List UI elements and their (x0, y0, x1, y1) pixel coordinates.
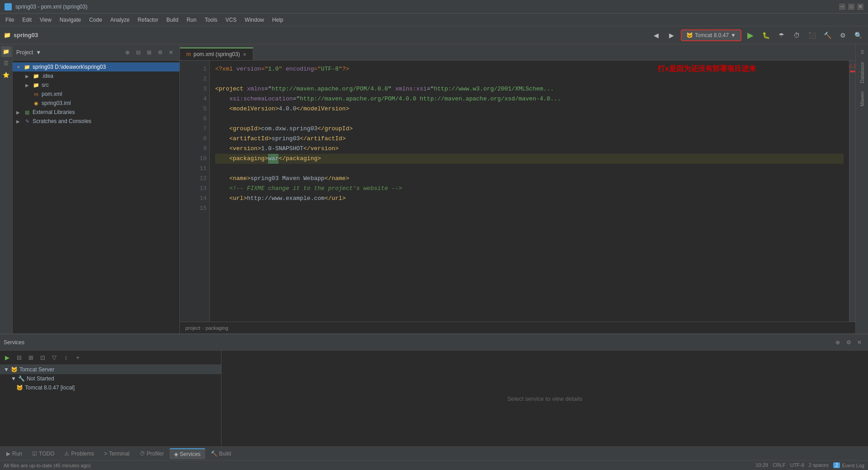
code-line-15 (215, 204, 844, 214)
breadcrumb-packaging[interactable]: packaging (206, 325, 228, 331)
structure-icon[interactable]: ☰ (1, 58, 12, 69)
menu-refactor[interactable]: Refactor (134, 15, 162, 25)
tomcat-config-button[interactable]: 🐱 Tomcat 8.0.47 ▼ (681, 29, 741, 41)
profile-button[interactable]: ⏱ (790, 29, 803, 42)
services-sort-button[interactable]: ↕ (61, 352, 71, 363)
project-name: spring03 (14, 32, 38, 38)
tab-close-pomxml[interactable]: ✕ (243, 52, 246, 57)
nav-forward-button[interactable]: ▶ (665, 29, 678, 42)
svc-arrow-not-started: ▼ (11, 375, 16, 382)
line-num-5: 5 (190, 104, 207, 114)
svc-tree-tomcat-server[interactable]: ▼ 🐱 Tomcat Server (0, 365, 221, 374)
menu-file[interactable]: File (2, 15, 18, 25)
right-icon-database[interactable]: Database (858, 58, 867, 87)
tree-item-iml[interactable]: ◉ spring03.iml (13, 99, 179, 108)
tree-item-scratches[interactable]: ▶ ✎ Scratches and Consoles (13, 117, 179, 126)
tab-terminal[interactable]: > Terminal (99, 449, 134, 459)
event-log-item[interactable]: 2 Event Log (833, 462, 864, 468)
status-right: 10:29 CRLF UTF-8 2 spaces 2 Event Log (755, 462, 864, 468)
menu-analyze[interactable]: Analyze (107, 15, 133, 25)
code-line-5: <modelVersion>4.0.0</modelVersion> (215, 104, 844, 114)
add-content-root-button[interactable]: ⊕ (123, 47, 132, 57)
debug-button[interactable]: 🐛 (760, 29, 772, 42)
search-button[interactable]: 🔍 (852, 29, 864, 42)
services-run-button[interactable]: ▶ (2, 352, 13, 363)
menu-view[interactable]: View (36, 15, 55, 25)
line-num-15: 15 (190, 204, 207, 214)
services-close-button[interactable]: ✕ (854, 337, 864, 347)
close-button[interactable]: ✕ (857, 4, 863, 10)
tree-item-src[interactable]: ▶ 📁 src (13, 81, 179, 90)
toolbar: 📁 spring03 ◀ ▶ 🐱 Tomcat 8.0.47 ▼ ▶ 🐛 ☂ ⏱… (0, 26, 868, 44)
file-icon-pomxml: m (33, 90, 40, 98)
breadcrumb-project[interactable]: project (185, 325, 200, 331)
svc-tree-tomcat-local[interactable]: 🐱 Tomcat 8.0.47 [local] (0, 383, 221, 392)
project-panel-header: Project ▼ ⊕ ⊟ ⊞ ⚙ ✕ (13, 44, 179, 61)
tab-icon-pomxml: m (186, 51, 191, 57)
error-mark (850, 71, 855, 72)
collapse-all-button[interactable]: ⊟ (133, 47, 143, 57)
tab-services[interactable]: ◈ Services (170, 448, 205, 459)
menu-code[interactable]: Code (85, 15, 106, 25)
tab-profiler[interactable]: ⏱ Profiler (135, 449, 169, 459)
services-settings-button[interactable]: ⚙ (844, 337, 854, 347)
menu-vcs[interactable]: VCS (222, 15, 241, 25)
settings-button[interactable]: ⚙ (836, 29, 849, 42)
tree-label-extlibs: External Libraries (33, 109, 75, 115)
menu-window[interactable]: Window (241, 15, 268, 25)
error-count: ⚠1 (848, 62, 855, 70)
tab-todo[interactable]: ☑ TODO (28, 449, 59, 459)
menu-tools[interactable]: Tools (201, 15, 221, 25)
menu-edit[interactable]: Edit (19, 15, 35, 25)
project-panel-dropdown-icon[interactable]: ▼ (36, 49, 41, 56)
run-button[interactable]: ▶ (744, 29, 757, 42)
tab-terminal-label: Terminal (109, 451, 129, 457)
project-icon[interactable]: 📁 (1, 46, 12, 57)
svc-label-tomcat-server: Tomcat Server (19, 366, 54, 373)
title-bar-left: spring03 - pom.xml (spring03) (5, 3, 87, 10)
tab-problems[interactable]: ⚠ Problems (60, 449, 99, 459)
favorites-icon[interactable]: ⭐ (1, 70, 12, 81)
code-editor[interactable]: 1 2 3 4 5 6 7 8 9 10 11 12 13 14 15 (180, 61, 855, 322)
nav-back-button[interactable]: ◀ (650, 29, 663, 42)
tab-problems-label: Problems (71, 451, 94, 457)
menu-bar: File Edit View Navigate Code Analyze Ref… (0, 14, 868, 26)
tree-item-spring03[interactable]: ▼ 📁 spring03 D:\ideawork\spring03 (13, 62, 179, 71)
services-collapse-all-button[interactable]: ⊟ (14, 352, 24, 363)
tree-label-pomxml: pom.xml (42, 91, 62, 97)
build-project-button[interactable]: 🔨 (821, 29, 834, 42)
file-icon-iml: ◉ (33, 100, 40, 107)
tab-run[interactable]: ▶ Run (2, 449, 27, 459)
editor-tab-pomxml[interactable]: m pom.xml (spring03) ✕ (180, 47, 253, 60)
tree-item-pomxml[interactable]: m pom.xml (13, 90, 179, 99)
maximize-button[interactable]: □ (848, 4, 854, 10)
menu-navigate[interactable]: Navigate (56, 15, 85, 25)
services-filter-button[interactable]: ▽ (49, 352, 60, 363)
services-expand-all-button[interactable]: ⊞ (25, 352, 36, 363)
line-num-3: 3 (190, 84, 207, 94)
tree-item-idea[interactable]: ▶ 📁 .idea (13, 71, 179, 81)
svc-label-not-started: Not Started (27, 375, 54, 382)
services-group-button[interactable]: ⊡ (37, 352, 48, 363)
project-settings-button[interactable]: ⚙ (155, 47, 165, 57)
line-numbers: 1 2 3 4 5 6 7 8 9 10 11 12 13 14 15 (187, 61, 210, 322)
tab-problems-icon: ⚠ (64, 451, 69, 457)
stop-button[interactable]: ⬛ (806, 29, 818, 42)
menu-run[interactable]: Run (183, 15, 200, 25)
right-icon-maven[interactable]: Maven (858, 88, 867, 110)
close-project-panel-button[interactable]: ✕ (166, 47, 176, 57)
run-with-coverage-button[interactable]: ☂ (775, 29, 788, 42)
expand-all-button[interactable]: ⊞ (144, 47, 154, 57)
tab-build[interactable]: 🔨 Build (206, 449, 236, 459)
svc-tree-not-started[interactable]: ▼ 🔧 Not Started (0, 374, 221, 383)
menu-build[interactable]: Build (163, 15, 182, 25)
tree-item-extlibs[interactable]: ▶ ▤ External Libraries (13, 108, 179, 117)
tab-services-icon: ◈ (174, 451, 178, 457)
tree-label-idea: .idea (42, 73, 53, 79)
code-content[interactable]: <?xml version="1.0" encoding="UTF-8"?> <… (210, 61, 849, 322)
services-add-button[interactable]: ⊕ (833, 337, 843, 347)
services-add-new-button[interactable]: + (72, 352, 83, 363)
menu-help[interactable]: Help (269, 15, 287, 25)
minimize-button[interactable]: ─ (839, 4, 845, 10)
right-icon-m[interactable]: m (858, 46, 867, 57)
